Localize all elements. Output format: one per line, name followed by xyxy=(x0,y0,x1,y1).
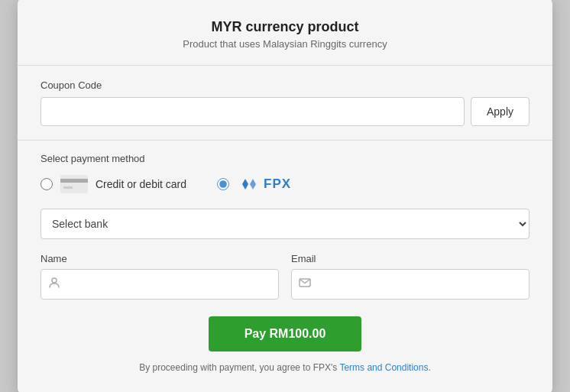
name-input[interactable] xyxy=(40,269,279,300)
name-label: Name xyxy=(40,253,279,264)
svg-rect-2 xyxy=(63,186,73,189)
coupon-label: Coupon Code xyxy=(40,79,530,91)
footer-text-before: By proceeding with payment, you agree to… xyxy=(139,362,339,373)
coupon-row: Apply xyxy=(40,97,530,126)
pay-button[interactable]: Pay RM100.00 xyxy=(209,316,361,352)
radio-fpx[interactable] xyxy=(217,178,229,190)
payment-method-label: Select payment method xyxy=(40,153,530,164)
svg-marker-4 xyxy=(250,179,256,190)
payment-option-fpx[interactable]: FPX xyxy=(217,176,291,193)
footer-text: By proceeding with payment, you agree to… xyxy=(40,362,530,373)
fields-row: Name Email xyxy=(40,253,530,300)
email-input-wrapper xyxy=(291,269,530,300)
payment-option-card[interactable]: Credit or debit card xyxy=(40,175,186,193)
email-field-group: Email xyxy=(291,253,530,300)
divider-2 xyxy=(18,140,552,141)
email-input[interactable] xyxy=(291,269,530,300)
coupon-input[interactable] xyxy=(40,97,465,126)
svg-marker-3 xyxy=(242,179,248,190)
divider-1 xyxy=(18,65,552,66)
card-option-label: Credit or debit card xyxy=(96,178,186,190)
modal-title: MYR currency product xyxy=(40,19,530,35)
svg-rect-1 xyxy=(60,179,88,183)
modal-subtitle: Product that uses Malaysian Ringgits cur… xyxy=(40,38,530,50)
card-icon xyxy=(60,175,88,193)
payment-options: Credit or debit card FPX xyxy=(40,175,530,193)
fpx-logo: FPX xyxy=(237,176,291,193)
name-input-wrapper xyxy=(40,269,279,300)
bank-select[interactable]: Select bank Maybank CIMB Bank Public Ban… xyxy=(40,209,530,239)
radio-card[interactable] xyxy=(40,178,53,190)
fpx-text: FPX xyxy=(264,177,291,192)
email-label: Email xyxy=(291,253,530,264)
bank-select-row: Select bank Maybank CIMB Bank Public Ban… xyxy=(40,209,530,239)
terms-link[interactable]: Terms and Conditions xyxy=(339,362,428,373)
svg-rect-0 xyxy=(60,175,88,193)
svg-point-5 xyxy=(52,278,57,283)
email-icon xyxy=(299,277,311,292)
name-field-group: Name xyxy=(40,253,279,300)
person-icon xyxy=(48,277,60,292)
footer-text-after: . xyxy=(428,362,430,373)
apply-button[interactable]: Apply xyxy=(471,97,530,126)
payment-modal: MYR currency product Product that uses M… xyxy=(18,0,552,392)
